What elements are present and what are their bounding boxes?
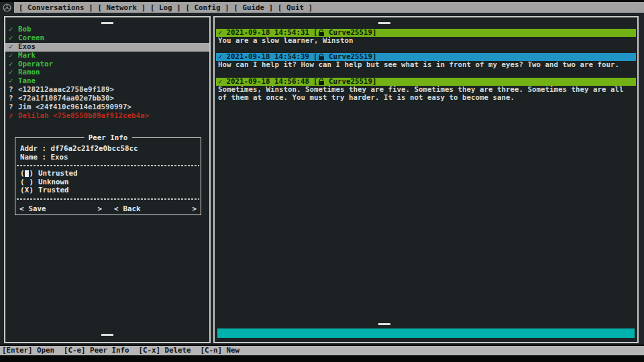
- lock-icon: [319, 78, 324, 85]
- status-hint: [C-n] New: [201, 346, 240, 355]
- contact-row[interactable]: ✓Coreen: [5, 34, 209, 43]
- menu-item-network[interactable]: [ Network ]: [98, 3, 146, 12]
- encryption-label: Curve25519]: [325, 78, 377, 86]
- name-value: Exos: [51, 153, 68, 162]
- radio-option-trusted[interactable]: (X)Trusted: [15, 186, 201, 195]
- button-open-arrow: <: [114, 204, 119, 213]
- divider: [17, 165, 199, 166]
- message-header: ✓2021-09-18 14:56:48[ Curve25519]: [216, 78, 636, 86]
- status-hint: [Enter] Open: [2, 346, 54, 355]
- contact-row[interactable]: ✓Bob: [5, 25, 209, 34]
- contact-name: Coreen: [18, 34, 44, 43]
- radio-label: Trusted: [38, 186, 69, 195]
- addr-value: df76a2c21f2e0bcc58cc: [51, 144, 138, 153]
- button-close-arrow: >: [192, 204, 197, 213]
- contact-row[interactable]: ✗Delilah <75e8550b89af912ceb4a>: [5, 112, 209, 121]
- name-label: Name: [20, 153, 38, 162]
- contact-name: Exos: [18, 43, 36, 52]
- button-open-arrow: <: [19, 204, 24, 213]
- menu-item-config[interactable]: [ Config ]: [186, 3, 229, 12]
- contact-status-icon: ✓: [9, 52, 18, 60]
- message-text: Sometimes, Winston. Sometimes they are f…: [216, 86, 636, 103]
- contact-status-icon: ✓: [9, 25, 18, 34]
- label-separator: :: [38, 153, 51, 162]
- workspace: ✓Bob✓Coreen✓Exos✓Mark✓Operator✓Ramon✓Tan…: [0, 13, 644, 345]
- contact-name: Mark: [18, 52, 36, 60]
- message-text: You are a slow learner, Winston: [216, 37, 636, 45]
- dialog-buttons: <Save> <Back>: [19, 204, 197, 213]
- contact-name: Jim <24f410c9614e1d590997>: [18, 103, 131, 112]
- radio-label: Untrusted: [38, 170, 78, 178]
- badge-open-bracket: [: [313, 78, 318, 86]
- menu-items: [ Conversations ][ Network ][ Log ][ Con…: [14, 3, 313, 12]
- peer-addr-row: Addr : df76a2c21f2e0bcc58cc: [15, 144, 201, 153]
- radio-open-paren: (: [20, 170, 25, 178]
- terminal-screen: [ Conversations ][ Network ][ Log ][ Con…: [0, 0, 644, 362]
- status-hint: [C-x] Delete: [139, 346, 191, 355]
- save-button[interactable]: <Save>: [19, 204, 102, 213]
- dialog-title: Peer Info: [85, 133, 132, 142]
- radio-marker: X: [25, 186, 30, 195]
- menu-bar: [ Conversations ][ Network ][ Log ][ Con…: [0, 2, 644, 13]
- message: ✓2021-09-18 14:54:39[ Curve25519]How can…: [216, 53, 636, 69]
- status-hint: [C-e] Peer Info: [64, 346, 129, 355]
- scroll-up-indicator: [378, 22, 390, 24]
- menu-item-quit[interactable]: [ Quit ]: [278, 3, 313, 12]
- delivered-check-icon: ✓: [218, 78, 223, 86]
- contact-status-icon: ✓: [9, 43, 18, 52]
- lock-icon: [319, 29, 324, 36]
- addr-label: Addr: [20, 144, 38, 153]
- contact-name: Delilah <75e8550b89af912ceb4a>: [18, 112, 149, 121]
- scroll-up-indicator: [101, 22, 113, 24]
- radio-close-paren: ): [30, 186, 34, 195]
- back-button-label: Back: [123, 204, 193, 213]
- trust-radio-group: ()Untrusted( )Unknown(X)Trusted: [15, 170, 201, 195]
- save-button-label: Save: [29, 204, 98, 213]
- peer-info-dialog: Peer Info Addr : df76a2c21f2e0bcc58cc Na…: [15, 137, 201, 215]
- contact-status-icon: ?: [9, 103, 18, 112]
- lock-icon: [319, 54, 324, 60]
- back-button[interactable]: <Back>: [114, 204, 197, 213]
- contact-list[interactable]: ✓Bob✓Coreen✓Exos✓Mark✓Operator✓Ramon✓Tan…: [5, 25, 209, 121]
- message: ✓2021-09-18 14:56:48[ Curve25519]Sometim…: [216, 78, 636, 103]
- peer-name-row: Name : Exos: [15, 153, 201, 162]
- text-cursor: [25, 170, 29, 177]
- message-input[interactable]: [217, 328, 635, 338]
- radio-option-untrusted[interactable]: ()Untrusted: [15, 170, 201, 178]
- contact-name: Bob: [18, 25, 32, 34]
- scroll-down-indicator: [378, 323, 390, 325]
- scroll-down-indicator: [101, 334, 113, 336]
- menu-item-conversations[interactable]: [ Conversations ]: [19, 3, 93, 12]
- encryption-badge: [ Curve25519]: [313, 78, 377, 86]
- button-close-arrow: >: [97, 204, 102, 213]
- contacts-panel: ✓Bob✓Coreen✓Exos✓Mark✓Operator✓Ramon✓Tan…: [4, 16, 211, 343]
- menu-item-log[interactable]: [ Log ]: [150, 3, 181, 12]
- contact-row[interactable]: ✓Exos: [5, 43, 209, 52]
- message-text: How can I help it? How can I help but se…: [216, 61, 636, 69]
- contact-row[interactable]: ✓Mark: [5, 52, 209, 60]
- contact-row[interactable]: ?Jim <24f410c9614e1d590997>: [5, 103, 209, 112]
- conversation-panel: ✓2021-09-18 14:54:31[ Curve25519]You are…: [213, 16, 639, 343]
- radio-close-paren: ): [30, 170, 34, 178]
- contact-status-icon: ✓: [9, 34, 18, 43]
- status-bar: [Enter] Open[C-e] Peer Info[C-x] Delete[…: [0, 346, 644, 355]
- contact-row[interactable]: ✓Ramon: [5, 68, 209, 77]
- app-logo-icon: [0, 2, 14, 13]
- divider: [17, 198, 199, 200]
- message: ✓2021-09-18 14:54:31[ Curve25519]You are…: [216, 29, 636, 45]
- contact-status-icon: ✗: [9, 112, 18, 121]
- label-separator: :: [38, 144, 51, 153]
- message-timestamp: 2021-09-18 14:56:48: [227, 78, 310, 86]
- message-list[interactable]: ✓2021-09-18 14:54:31[ Curve25519]You are…: [216, 29, 636, 111]
- menu-item-guide[interactable]: [ Guide ]: [234, 3, 274, 12]
